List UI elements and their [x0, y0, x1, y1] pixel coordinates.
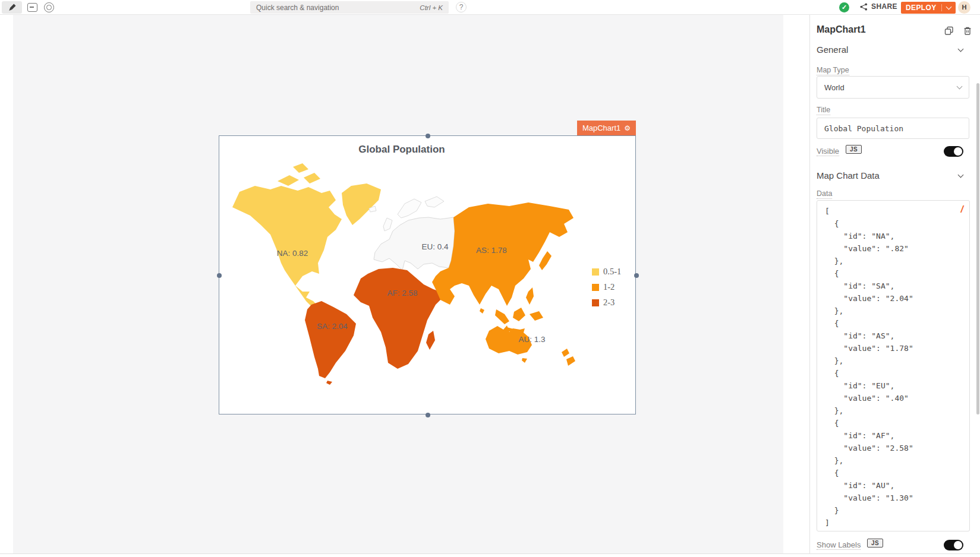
resize-handle-bottom[interactable] — [426, 413, 430, 417]
unshaded-outline-scandinavia — [398, 199, 421, 218]
share-button[interactable]: SHARE — [860, 2, 897, 11]
legend-label: 1-2 — [603, 282, 615, 292]
show-labels-js-toggle[interactable]: JS — [867, 539, 883, 547]
trash-icon[interactable] — [963, 26, 972, 36]
edit-mode-button[interactable] — [2, 1, 22, 14]
map-legend: 0.5-1 1-2 2-3 — [592, 267, 621, 308]
bottom-divider — [0, 553, 980, 554]
map-label-eu: EU: 0.4 — [421, 242, 449, 251]
section-map-chart-data[interactable]: Map Chart Data — [817, 170, 880, 181]
resize-handle-left[interactable] — [217, 273, 222, 278]
region-africa[interactable] — [354, 268, 446, 369]
search-input[interactable]: Quick search & navigation Ctrl + K — [250, 1, 449, 14]
legend-swatch-high — [592, 299, 599, 306]
show-labels-switch[interactable] — [944, 540, 963, 550]
widget-name-tag[interactable]: MapChart1 ⚙ — [577, 121, 636, 135]
widget-title[interactable]: MapChart1 — [817, 24, 866, 35]
title-input[interactable]: Global Population — [817, 118, 969, 139]
deploy-divider — [941, 4, 942, 11]
search-shortcut: Ctrl + K — [420, 4, 443, 11]
help-icon[interactable]: ? — [456, 2, 467, 12]
preview-icon[interactable] — [44, 2, 54, 12]
region-australia[interactable] — [486, 325, 575, 366]
legend-item[interactable]: 0.5-1 — [592, 267, 621, 277]
share-icon — [860, 3, 868, 11]
chevron-down-icon[interactable] — [958, 172, 964, 178]
region-europe[interactable] — [369, 197, 455, 270]
pencil-icon — [8, 3, 17, 12]
data-code[interactable]: [ { "id": "NA", "value": ".82" }, { "id"… — [825, 205, 969, 529]
legend-item[interactable]: 2-3 — [592, 298, 621, 308]
gear-icon[interactable]: ⚙ — [624, 125, 631, 132]
title-label: Title — [817, 106, 830, 115]
copy-icon[interactable] — [944, 26, 954, 36]
title-value: Global Population — [824, 124, 903, 133]
top-bar: Quick search & navigation Ctrl + K ? ✓ S… — [0, 0, 980, 15]
visible-label: Visible — [817, 147, 839, 156]
show-labels-label: Show Labels — [817, 540, 861, 550]
property-pane: MapChart1 General Map Type World Title G… — [809, 15, 980, 553]
chevron-down-icon — [957, 84, 963, 90]
map-label-na: NA: 0.82 — [277, 249, 308, 258]
share-label: SHARE — [871, 2, 897, 11]
visible-switch[interactable] — [944, 146, 963, 157]
search-placeholder: Quick search & navigation — [256, 4, 420, 12]
avatar[interactable]: H — [958, 1, 970, 14]
region-south-america[interactable] — [305, 301, 356, 385]
map-label-au: AU: 1.3 — [518, 335, 545, 344]
world-map: NA: 0.82 EU: 0.4 AS: 1.78 AF: 2.58 SA: 2… — [219, 136, 636, 415]
legend-label: 0.5-1 — [603, 267, 621, 277]
map-label-af: AF: 2.58 — [387, 289, 417, 298]
chevron-down-icon[interactable] — [946, 4, 951, 10]
chevron-down-icon[interactable] — [958, 46, 964, 52]
map-type-value: World — [824, 83, 844, 92]
resize-handle-right[interactable] — [634, 273, 639, 278]
app-root: Quick search & navigation Ctrl + K ? ✓ S… — [0, 0, 980, 557]
legend-label: 2-3 — [603, 298, 615, 308]
legend-item[interactable]: 1-2 — [592, 282, 621, 292]
deploy-label: DEPLOY — [906, 4, 937, 12]
unshaded-outline-finland — [425, 197, 444, 207]
unshaded-outline-uk — [383, 218, 392, 231]
legend-swatch-mid — [592, 284, 599, 291]
map-type-select[interactable]: World — [817, 76, 969, 99]
data-label: Data — [817, 189, 832, 199]
data-code-editor[interactable]: [ { "id": "NA", "value": ".82" }, { "id"… — [817, 200, 970, 531]
saved-check-icon: ✓ — [839, 2, 849, 12]
mapchart-widget[interactable]: Global Population — [219, 135, 636, 414]
map-label-sa: SA: 2.04 — [317, 322, 348, 331]
slash-command-icon[interactable]: / — [961, 204, 963, 215]
visible-js-toggle[interactable]: JS — [846, 145, 862, 154]
legend-swatch-low — [592, 268, 599, 276]
map-type-label: Map Type — [817, 66, 849, 75]
panel-scrollbar[interactable] — [976, 83, 979, 414]
section-general[interactable]: General — [817, 45, 848, 55]
comments-icon[interactable] — [27, 3, 37, 12]
deploy-button[interactable]: DEPLOY — [901, 2, 956, 14]
map-label-as: AS: 1.78 — [476, 246, 507, 255]
resize-handle-top[interactable] — [426, 134, 430, 138]
widget-name-label: MapChart1 — [582, 124, 620, 132]
